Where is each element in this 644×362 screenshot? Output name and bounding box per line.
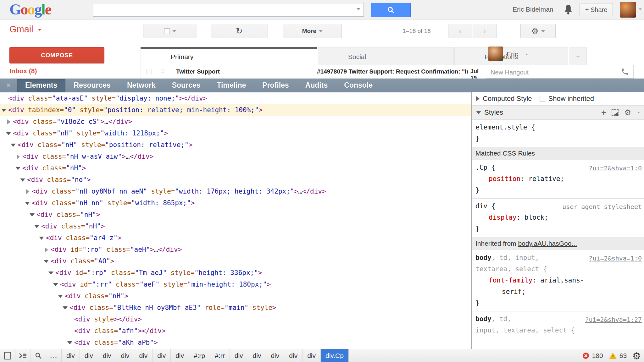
breadcrumb-item[interactable]: div bbox=[98, 349, 116, 362]
collapse-arrow-icon[interactable] bbox=[1, 109, 6, 112]
dom-tree-line[interactable]: <div class="nH" style="width: 1218px;"> bbox=[0, 128, 471, 139]
account-caret-icon[interactable] bbox=[639, 8, 642, 10]
dom-tree-line[interactable]: <div id=":rr" class="aeF" style="min-hei… bbox=[0, 279, 471, 290]
dom-tree-line[interactable]: <div style></div> bbox=[0, 314, 471, 325]
search-input[interactable] bbox=[93, 3, 364, 17]
breadcrumb-item[interactable]: div bbox=[62, 349, 80, 362]
new-hangout-search[interactable]: New Hangout bbox=[486, 65, 634, 79]
refresh-button[interactable]: ↻ bbox=[211, 24, 268, 38]
account-avatar[interactable] bbox=[620, 2, 636, 18]
overflow-button[interactable]: ... bbox=[46, 349, 62, 362]
breadcrumb-item[interactable]: div bbox=[303, 349, 321, 362]
dom-tree-line[interactable]: <div class="ata-asE" style="display: non… bbox=[0, 93, 471, 104]
dom-tree-line[interactable]: <div class="afn"></div> bbox=[0, 325, 471, 337]
css-property[interactable]: position: relative; bbox=[475, 173, 644, 184]
devtools-tab-console[interactable]: Console bbox=[336, 79, 381, 92]
collapse-arrow-icon[interactable] bbox=[53, 283, 58, 286]
dom-tree-line[interactable]: <div class="nH" style="position: relativ… bbox=[0, 139, 471, 151]
dom-tree-line[interactable]: <div class="nH"> bbox=[0, 162, 471, 174]
dom-tree-line[interactable]: <div class="nH"> bbox=[0, 221, 471, 232]
compose-button[interactable]: COMPOSE bbox=[9, 47, 104, 63]
collapse-arrow-icon[interactable] bbox=[58, 295, 63, 298]
collapse-arrow-icon[interactable] bbox=[39, 237, 44, 240]
dom-tree-line[interactable]: <div class="nH oy8Mbf nn aeN" style="wid… bbox=[0, 186, 471, 197]
devtools-tab-network[interactable]: Network bbox=[119, 79, 164, 92]
css-rule-body-font[interactable]: ?ui=2&shva=1:0 body, td, input, textarea… bbox=[472, 250, 644, 311]
breadcrumb-item[interactable]: div bbox=[116, 349, 135, 362]
dom-tree-line[interactable]: <div class="nH w-asV aiw">…</div> bbox=[0, 151, 471, 162]
dom-tree-line[interactable]: <div class="no"> bbox=[0, 174, 471, 186]
dom-tree-line[interactable]: <div tabindex="0" style="position: relat… bbox=[0, 104, 471, 116]
dom-tree-line[interactable]: <div class="aKh aPb"> bbox=[0, 337, 471, 348]
add-category-tab-button[interactable]: + bbox=[569, 47, 587, 65]
search-button[interactable] bbox=[371, 3, 411, 17]
breadcrumb-item[interactable]: div bbox=[134, 349, 153, 362]
console-drawer-button[interactable] bbox=[15, 349, 31, 362]
collapse-arrow-icon[interactable] bbox=[67, 341, 72, 344]
new-style-rule-icon[interactable]: + bbox=[601, 109, 606, 116]
warning-count[interactable]: 63 bbox=[619, 352, 627, 359]
css-rule-div[interactable]: user agent stylesheet div { display: blo… bbox=[472, 199, 644, 237]
dom-tree-line[interactable]: <div class="AO"> bbox=[0, 255, 471, 267]
warning-badge-icon[interactable] bbox=[609, 352, 617, 359]
select-checkbox-button[interactable] bbox=[143, 24, 197, 38]
profile-caret-icon[interactable] bbox=[525, 54, 528, 55]
collapse-arrow-icon[interactable] bbox=[15, 167, 20, 170]
breadcrumb-item[interactable]: #:rr bbox=[210, 349, 230, 362]
expand-arrow-icon[interactable] bbox=[17, 154, 20, 159]
email-row[interactable]: ☆ Twitter Support #14978079 Twitter Supp… bbox=[141, 65, 485, 79]
breadcrumb-item[interactable]: #:rp bbox=[189, 349, 210, 362]
collapse-arrow-icon[interactable] bbox=[25, 202, 30, 205]
notification-bell-icon[interactable] bbox=[563, 4, 574, 17]
expand-right-icon[interactable] bbox=[476, 96, 480, 101]
styles-gear-icon[interactable]: ⚙ bbox=[624, 108, 631, 117]
dock-side-button[interactable] bbox=[0, 349, 15, 362]
older-button[interactable]: › bbox=[473, 24, 497, 38]
dom-tree-line[interactable]: <div class="vI8oZc cS">…</div> bbox=[0, 116, 471, 128]
breadcrumb-item[interactable]: div bbox=[248, 349, 266, 362]
stylesheet-link[interactable]: ?ui=2&shva=1:27 bbox=[585, 314, 642, 325]
dom-tree-line[interactable]: <div class="nH"> bbox=[0, 290, 471, 302]
tab-social[interactable]: Social bbox=[318, 47, 454, 65]
dom-tree-line[interactable]: <div class="ar4 z"> bbox=[0, 232, 471, 244]
expand-arrow-icon[interactable] bbox=[45, 247, 48, 252]
error-count[interactable]: 180 bbox=[592, 352, 603, 359]
profile-avatar[interactable] bbox=[488, 47, 503, 61]
collapse-arrow-icon[interactable] bbox=[20, 178, 25, 182]
collapse-arrow-icon[interactable] bbox=[6, 132, 11, 135]
expand-arrow-icon[interactable] bbox=[7, 119, 10, 124]
collapse-arrow-icon[interactable] bbox=[48, 272, 53, 275]
search-dropdown-caret-icon[interactable] bbox=[357, 8, 360, 10]
breadcrumb-item[interactable]: div bbox=[230, 349, 248, 362]
phone-icon[interactable] bbox=[621, 68, 629, 76]
search-button[interactable] bbox=[31, 349, 46, 362]
breadcrumb-item[interactable]: div.Cp bbox=[321, 349, 349, 362]
collapse-arrow-icon[interactable] bbox=[34, 225, 39, 228]
devtools-tab-elements[interactable]: Elements bbox=[17, 79, 65, 92]
breadcrumb-item[interactable]: div bbox=[284, 349, 303, 362]
collapse-arrow-icon[interactable] bbox=[63, 306, 68, 310]
collapse-arrow-icon[interactable] bbox=[11, 144, 16, 147]
account-name[interactable]: Eric Bidelman bbox=[513, 6, 553, 13]
dom-tree-line[interactable]: <div class="BltHke nH oy8Mbf aE3" role="… bbox=[0, 302, 471, 314]
element-picker-icon[interactable] bbox=[612, 109, 619, 116]
error-badge-icon[interactable] bbox=[582, 352, 590, 359]
dom-tree-line[interactable]: <div id=":ro" class="aeH">…</div> bbox=[0, 244, 471, 255]
tab-primary[interactable]: Primary bbox=[141, 47, 317, 65]
computed-style-section[interactable]: Computed Style Show inherited bbox=[472, 92, 644, 106]
devtools-tab-resources[interactable]: Resources bbox=[65, 79, 119, 92]
stylesheet-link[interactable]: ?ui=2&shva=1:0 bbox=[589, 162, 642, 174]
dom-tree-line[interactable]: <div class="nH nn" style="width: 865px;"… bbox=[0, 197, 471, 209]
inherited-from-link[interactable]: body.aAU.hasGoo... bbox=[518, 240, 577, 247]
styles-section-header[interactable]: Styles + ⚙ bbox=[472, 106, 644, 120]
collapse-arrow-icon[interactable] bbox=[30, 213, 35, 217]
devtools-tab-sources[interactable]: Sources bbox=[164, 79, 209, 92]
more-button[interactable]: More bbox=[283, 24, 342, 38]
settings-button[interactable]: ⚙ bbox=[520, 24, 556, 38]
element-style-rule[interactable]: element.style { } bbox=[472, 120, 644, 147]
gmail-menu[interactable]: Gmail bbox=[9, 24, 42, 35]
dom-tree-line[interactable]: <div class="nH"> bbox=[0, 209, 471, 221]
devtools-tab-timeline[interactable]: Timeline bbox=[208, 79, 254, 92]
breadcrumb-item[interactable]: div bbox=[171, 349, 189, 362]
stylesheet-link[interactable]: ?ui=2&shva=1:0 bbox=[589, 253, 642, 264]
